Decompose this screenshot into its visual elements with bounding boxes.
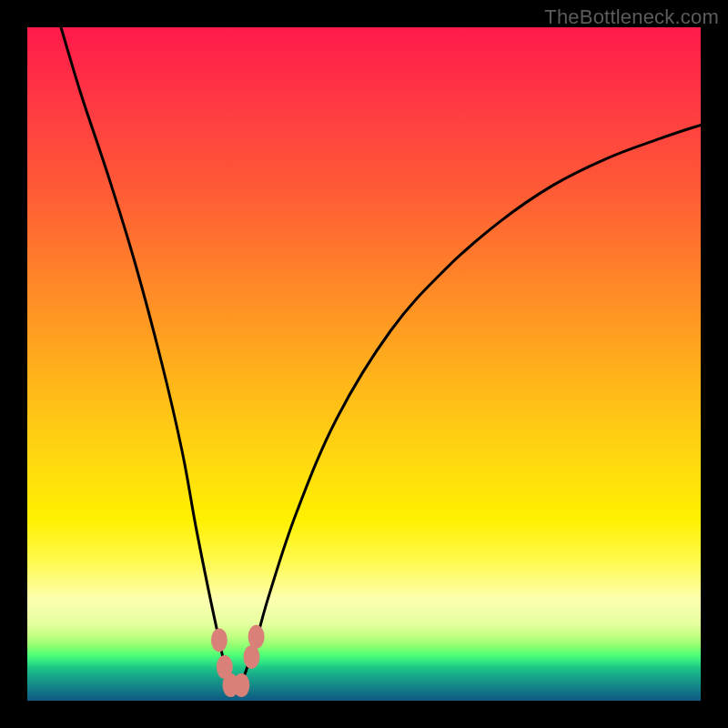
marker-right-knee-mid bbox=[243, 645, 259, 669]
bottleneck-curve bbox=[61, 27, 701, 690]
curve-layer bbox=[27, 27, 701, 701]
watermark: TheBottleneck.com bbox=[544, 5, 719, 29]
curve-markers bbox=[211, 625, 265, 697]
chart-frame: TheBottleneck.com bbox=[0, 0, 728, 728]
marker-right-knee-top bbox=[248, 625, 265, 649]
marker-valley-right bbox=[233, 673, 249, 697]
marker-left-knee-top bbox=[211, 628, 228, 652]
plot-area bbox=[27, 27, 701, 701]
